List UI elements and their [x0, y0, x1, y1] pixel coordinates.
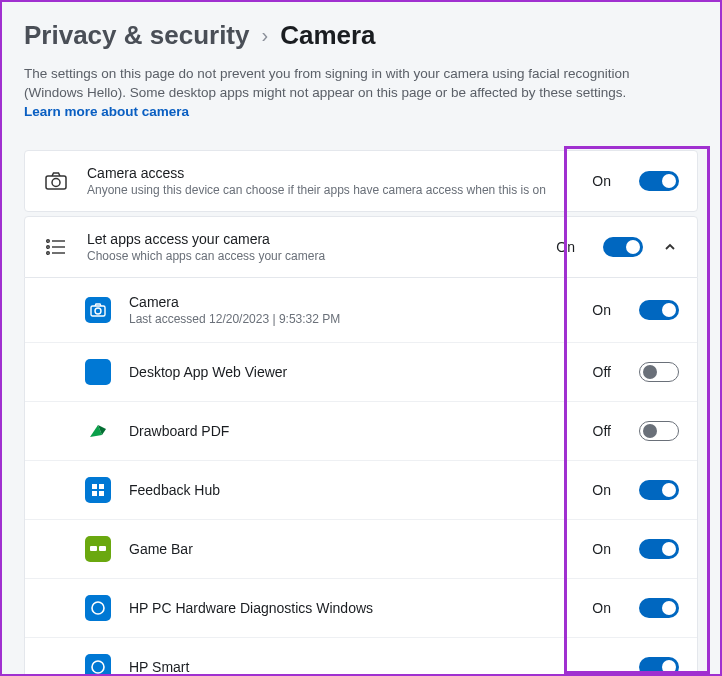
apps-access-title: Let apps access your camera: [87, 231, 538, 247]
svg-point-1: [52, 178, 60, 186]
app-subtext: Last accessed 12/20/2023 | 9:53:32 PM: [129, 312, 574, 326]
app-name: Game Bar: [129, 541, 574, 557]
app-icon: [85, 654, 111, 676]
app-row: HP PC Hardware Diagnostics WindowsOn: [25, 578, 697, 637]
app-toggle[interactable]: [639, 300, 679, 320]
breadcrumb: Privacy & security › Camera: [24, 20, 698, 51]
svg-point-19: [92, 661, 104, 673]
camera-icon: [43, 172, 69, 190]
breadcrumb-separator: ›: [261, 24, 268, 47]
apps-access-subtitle: Choose which apps can access your camera: [87, 249, 538, 263]
chevron-up-icon[interactable]: [661, 241, 679, 253]
camera-access-card: Camera access Anyone using this device c…: [24, 150, 698, 212]
camera-access-subtitle: Anyone using this device can choose if t…: [87, 183, 574, 197]
apps-access-toggle[interactable]: [603, 237, 643, 257]
app-name: HP PC Hardware Diagnostics Windows: [129, 600, 574, 616]
app-icon: [85, 297, 111, 323]
svg-point-9: [95, 308, 101, 314]
svg-point-4: [47, 245, 50, 248]
app-toggle[interactable]: [639, 480, 679, 500]
app-name: Feedback Hub: [129, 482, 574, 498]
app-icon: [85, 359, 111, 385]
camera-access-state-label: On: [592, 173, 611, 189]
app-name: Desktop App Web Viewer: [129, 364, 575, 380]
app-state-label: On: [592, 541, 611, 557]
app-state-label: Off: [593, 423, 611, 439]
description-text: The settings on this page do not prevent…: [24, 66, 630, 100]
app-toggle[interactable]: [639, 421, 679, 441]
app-icon: [85, 418, 111, 444]
app-row: Feedback HubOn: [25, 460, 697, 519]
learn-more-link[interactable]: Learn more about camera: [24, 104, 189, 119]
app-toggle[interactable]: [639, 657, 679, 676]
app-name: Drawboard PDF: [129, 423, 575, 439]
app-icon: [85, 477, 111, 503]
svg-rect-15: [99, 491, 104, 496]
app-toggle[interactable]: [639, 598, 679, 618]
list-icon: [43, 239, 69, 255]
page-description: The settings on this page do not prevent…: [24, 65, 664, 122]
app-row: Drawboard PDFOff: [25, 401, 697, 460]
app-row: Desktop App Web ViewerOff: [25, 342, 697, 401]
svg-rect-13: [99, 484, 104, 489]
svg-point-18: [92, 602, 104, 614]
app-list: CameraLast accessed 12/20/2023 | 9:53:32…: [24, 278, 698, 676]
app-toggle[interactable]: [639, 362, 679, 382]
svg-point-2: [47, 239, 50, 242]
breadcrumb-parent[interactable]: Privacy & security: [24, 20, 249, 51]
app-state-label: On: [592, 482, 611, 498]
svg-point-6: [47, 251, 50, 254]
apps-access-state-label: On: [556, 239, 575, 255]
app-row: HP Smart: [25, 637, 697, 676]
app-state-label: On: [592, 600, 611, 616]
svg-rect-16: [90, 546, 97, 551]
app-state-label: On: [592, 302, 611, 318]
camera-access-toggle[interactable]: [639, 171, 679, 191]
app-state-label: Off: [593, 364, 611, 380]
apps-access-card[interactable]: Let apps access your camera Choose which…: [24, 216, 698, 278]
app-icon: [85, 536, 111, 562]
app-icon: [85, 595, 111, 621]
breadcrumb-current: Camera: [280, 20, 375, 51]
svg-rect-12: [92, 484, 97, 489]
app-row: Game BarOn: [25, 519, 697, 578]
app-toggle[interactable]: [639, 539, 679, 559]
svg-rect-17: [99, 546, 106, 551]
app-name: HP Smart: [129, 659, 593, 675]
app-name: Camera: [129, 294, 574, 310]
svg-rect-14: [92, 491, 97, 496]
app-row: CameraLast accessed 12/20/2023 | 9:53:32…: [25, 278, 697, 342]
camera-access-title: Camera access: [87, 165, 574, 181]
